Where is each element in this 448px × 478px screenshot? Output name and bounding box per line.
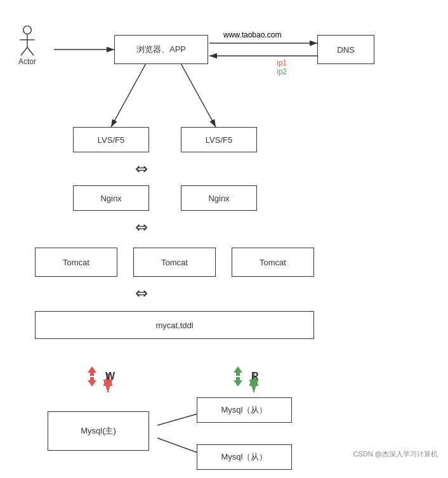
mysql-slave1-box: Mysql（从） <box>197 397 292 423</box>
exchange-icon-3: ⇔ <box>135 284 148 302</box>
svg-line-7 <box>111 63 146 127</box>
w-arrow-icon <box>82 365 102 388</box>
svg-point-15 <box>23 26 32 34</box>
w-section: W <box>82 365 115 388</box>
svg-marker-22 <box>234 366 242 376</box>
tomcat1-box: Tomcat <box>35 248 117 277</box>
browser-box: 浏览器、APP <box>114 35 208 64</box>
lvs2-box: LVS/F5 <box>181 127 257 152</box>
svg-line-19 <box>27 48 34 56</box>
mysql-slave2-box: Mysql（从） <box>197 444 292 470</box>
svg-marker-23 <box>234 377 242 387</box>
r-label: R <box>251 371 259 382</box>
actor-label: Actor <box>18 57 36 66</box>
nginx1-box: Nginx <box>73 185 149 211</box>
tomcat2-box: Tomcat <box>133 248 216 277</box>
lvs1-box: LVS/F5 <box>73 127 149 152</box>
exchange-icon-2: ⇔ <box>135 218 148 236</box>
actor: Actor <box>18 25 37 66</box>
nginx2-box: Nginx <box>181 185 257 211</box>
mysql-master-box: Mysql(主) <box>48 411 149 451</box>
w-label: W <box>105 371 115 382</box>
actor-icon <box>18 25 37 57</box>
svg-marker-21 <box>88 377 96 387</box>
dns-box: DNS <box>317 35 374 64</box>
architecture-diagram: Actor 浏览器、APP DNS www.taobao.com ip1 ip2… <box>0 0 448 478</box>
ip1-label: ip1 <box>277 58 287 67</box>
ip2-label: ip2 <box>277 67 287 76</box>
r-arrow-icon <box>228 365 247 388</box>
svg-marker-20 <box>88 366 96 376</box>
svg-line-8 <box>181 63 216 127</box>
tomcat3-box: Tomcat <box>232 248 314 277</box>
watermark: CSDN @杰深入学习计算机 <box>353 449 438 459</box>
svg-line-18 <box>21 48 27 56</box>
r-section: R <box>228 365 259 388</box>
mycat-box: mycat,tddl <box>35 311 314 339</box>
taobao-label: www.taobao.com <box>223 30 281 39</box>
exchange-icon-1: ⇔ <box>135 160 148 178</box>
